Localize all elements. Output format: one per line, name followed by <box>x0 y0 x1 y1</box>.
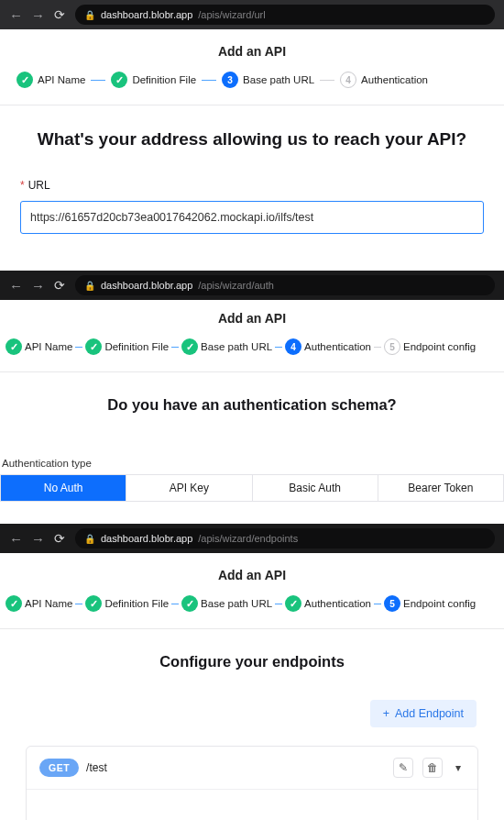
back-icon[interactable]: ← <box>9 7 22 23</box>
step-5-label: Endpoint config <box>403 598 476 609</box>
step-connector <box>202 80 216 81</box>
address-domain: dashboard.blobr.app <box>101 280 192 291</box>
lock-icon: 🔒 <box>84 281 95 291</box>
step-3-check-icon <box>181 338 198 355</box>
step-1-check-icon <box>5 338 22 355</box>
step-connector <box>374 604 381 604</box>
back-icon[interactable]: ← <box>9 531 22 547</box>
step-connector <box>75 604 82 604</box>
page-title: Add an API <box>0 29 504 68</box>
step-connector <box>171 604 179 604</box>
plus-icon: + <box>383 707 389 720</box>
address-bar[interactable]: 🔒 dashboard.blobr.app/apis/wizard/auth <box>75 275 495 295</box>
step-1-label: API Name <box>38 74 85 85</box>
chevron-down-icon[interactable]: ▾ <box>452 761 465 774</box>
step-connector <box>374 347 381 348</box>
step-4-check-icon <box>285 595 301 612</box>
url-label: *URL <box>20 179 484 192</box>
url-form: *URL <box>0 150 504 271</box>
step-connector <box>171 347 179 348</box>
step-5-label: Endpoint config <box>403 341 476 352</box>
divider <box>0 371 504 372</box>
auth-option-noauth[interactable]: No Auth <box>1 475 126 501</box>
back-icon[interactable]: ← <box>9 278 22 294</box>
auth-option-bearer[interactable]: Bearer Token <box>378 475 503 501</box>
reload-icon[interactable]: ⟳ <box>53 531 66 546</box>
step-2-label: Definition File <box>132 74 196 85</box>
step-2-label: Definition File <box>104 598 169 609</box>
step-2-check-icon <box>111 72 127 88</box>
browser-bar: ← → ⟳ 🔒 dashboard.blobr.app/apis/wizard/… <box>0 524 504 553</box>
forward-icon[interactable]: → <box>31 7 44 23</box>
endpoint-path: /test <box>86 761 386 774</box>
address-path: /apis/wizard/url <box>198 9 265 20</box>
http-method-pill: GET <box>39 759 79 777</box>
address-domain: dashboard.blobr.app <box>101 9 192 20</box>
endpoint-card: GET /test ✎ 🗑 ▾ You can either generate … <box>26 746 478 820</box>
endpoint-card-body: You can either generate the response or … <box>27 790 477 820</box>
address-path: /apis/wizard/endpoints <box>198 533 298 544</box>
endpoint-card-header: GET /test ✎ 🗑 ▾ <box>27 747 477 790</box>
divider <box>0 628 504 629</box>
address-bar[interactable]: 🔒 dashboard.blobr.app/apis/wizard/url <box>75 5 495 25</box>
step-connector <box>275 347 282 348</box>
wizard-steps: API Name Definition File Base path URL A… <box>0 592 504 628</box>
lock-icon: 🔒 <box>84 10 95 20</box>
url-headline: What's your address allowing us to reach… <box>0 129 504 150</box>
step-2-check-icon <box>85 595 102 612</box>
reload-icon[interactable]: ⟳ <box>53 7 66 22</box>
step-3-label: Base path URL <box>201 341 272 352</box>
step-2-check-icon <box>85 338 102 355</box>
forward-icon[interactable]: → <box>31 531 44 547</box>
step-4-label: Authentication <box>361 74 428 85</box>
browser-bar: ← → ⟳ 🔒 dashboard.blobr.app/apis/wizard/… <box>0 0 504 29</box>
step-5-number: 5 <box>384 338 400 355</box>
divider <box>0 105 504 105</box>
browser-bar: ← → ⟳ 🔒 dashboard.blobr.app/apis/wizard/… <box>0 271 504 300</box>
add-endpoint-button[interactable]: + Add Endpoint <box>370 700 477 727</box>
step-connector <box>320 80 334 81</box>
step-3-number: 3 <box>222 72 238 88</box>
lock-icon: 🔒 <box>84 534 95 544</box>
step-1-label: API Name <box>25 598 72 609</box>
step-connector <box>75 347 82 348</box>
step-4-number: 4 <box>285 338 301 355</box>
step-4-number: 4 <box>340 72 356 88</box>
address-bar[interactable]: 🔒 dashboard.blobr.app/apis/wizard/endpoi… <box>75 528 495 549</box>
auth-option-basic[interactable]: Basic Auth <box>253 475 378 501</box>
edit-icon[interactable]: ✎ <box>393 758 413 778</box>
page-title: Add an API <box>0 311 504 335</box>
url-input[interactable] <box>20 201 484 234</box>
step-connector <box>275 604 282 604</box>
step-1-label: API Name <box>25 341 72 352</box>
step-connector <box>91 80 105 81</box>
reload-icon[interactable]: ⟳ <box>53 278 66 293</box>
step-1-check-icon <box>5 595 22 612</box>
step-3-check-icon <box>181 595 198 612</box>
step-1-check-icon <box>16 72 33 88</box>
auth-headline: Do you have an authentication schema? <box>0 396 504 414</box>
address-domain: dashboard.blobr.app <box>101 533 192 544</box>
step-4-label: Authentication <box>304 598 371 609</box>
auth-type-segmented: No Auth API Key Basic Auth Bearer Token <box>0 474 504 502</box>
step-4-label: Authentication <box>304 341 371 352</box>
step-3-label: Base path URL <box>201 598 272 609</box>
page-title: Add an API <box>0 553 504 592</box>
step-2-label: Definition File <box>104 341 169 352</box>
delete-icon[interactable]: 🗑 <box>422 758 443 778</box>
wizard-steps: API Name Definition File 3Base path URL … <box>0 68 504 105</box>
address-path: /apis/wizard/auth <box>198 280 274 291</box>
step-5-number: 5 <box>384 595 400 612</box>
step-3-label: Base path URL <box>243 74 314 85</box>
forward-icon[interactable]: → <box>31 278 44 294</box>
wizard-steps: API Name Definition File Base path URL 4… <box>0 335 504 371</box>
auth-type-label: Authentication type <box>2 458 504 469</box>
auth-option-apikey[interactable]: API Key <box>126 475 252 501</box>
endpoints-headline: Configure your endpoints <box>0 653 504 670</box>
